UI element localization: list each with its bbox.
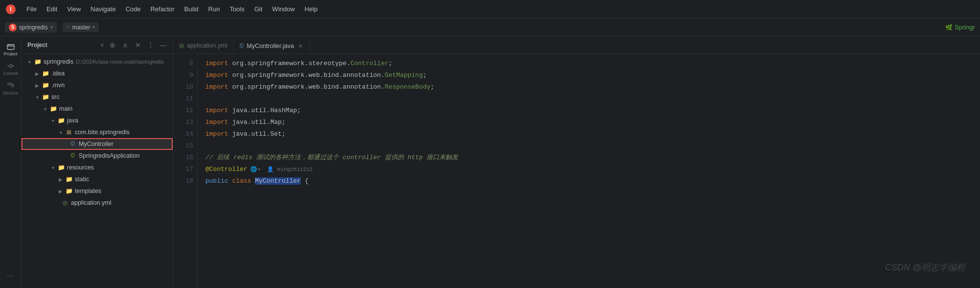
tree-folder-icon-java: 📁 [57,117,66,124]
menu-run[interactable]: Run [204,3,224,15]
activity-structure[interactable]: Structur [2,79,20,97]
menu-window[interactable]: Window [268,3,299,15]
tree-arrow-main: ▾ [41,106,49,112]
tree-class-icon-springredisapp: © [68,152,77,159]
branch-dropdown-icon[interactable]: ▾ [92,24,95,30]
sidebar-actions: ⊕ ∧ ✕ ⋮ — [107,40,169,50]
tree-item-resources[interactable]: ▾ 📁 resources [22,162,173,173]
minimize-sidebar-btn[interactable]: — [158,40,169,50]
tree-item-appyml[interactable]: ◎ application.yml [22,197,173,209]
code-editor: 8 9 10 11 12 13 14 15 16 17 18 import or… [173,54,980,288]
tree-label-mvn: .mvn [51,82,65,89]
spring-icon: 🌿 [945,24,953,31]
tab-bar: ◎ application.yml © MyController.java ✕ [173,36,980,54]
tab-close-btn[interactable]: ✕ [297,43,304,49]
tree-item-mycontroller[interactable]: © MyController [22,138,173,150]
menu-refactor[interactable]: Refactor [147,3,178,15]
project-badge[interactable]: S springredis ▾ [5,22,57,33]
tree-package-icon: ⊞ [65,129,73,136]
tree-arrow-templates: ▶ [57,189,65,194]
menu-tools[interactable]: Tools [226,3,248,15]
tree-arrow-java: ▾ [49,118,57,123]
more-sidebar-btn[interactable]: ⋮ [145,40,156,50]
tree-label-templates: templates [75,188,101,194]
tree-item-templates[interactable]: ▶ 📁 templates [22,185,173,197]
tree-label-static: static [75,176,89,183]
tab-appyml[interactable]: ◎ application.yml [173,38,234,53]
tree-folder-icon-root: 📁 [33,58,42,65]
tree-folder-icon-templates: 📁 [65,188,73,194]
line-numbers: 8 9 10 11 12 13 14 15 16 17 18 [173,54,198,288]
tree-arrow-com: ▾ [57,130,65,135]
code-line-9: import org.springframework.web.bind.anno… [205,70,980,81]
activity-commit-label: Commit [3,72,18,76]
activity-project[interactable]: Project [2,40,20,58]
close-sidebar-btn[interactable]: ✕ [133,40,143,50]
code-line-11 [205,93,980,105]
activity-commit[interactable]: Commit [2,60,20,77]
menu-git[interactable]: Git [250,3,267,15]
locate-in-tree-btn[interactable]: ⊕ [107,40,118,50]
tree-label-resources: resources [67,164,94,171]
tree-arrow-root: ▾ [25,59,33,65]
svg-point-3 [9,65,12,68]
activity-structure-label: Structur [3,91,19,96]
spring-label: Springr [955,24,975,31]
menu-view[interactable]: View [63,3,85,15]
code-line-12: import java.util.HashMap; [205,105,980,117]
code-content[interactable]: import org.springframework.stereotype.Co… [198,54,980,288]
code-line-10: import org.springframework.web.bind.anno… [205,81,980,93]
tree-path-root: D:\2024\class-room-code\springredis [76,59,164,65]
tree-item-java[interactable]: ▾ 📁 java [22,115,173,126]
menu-code[interactable]: Code [122,3,145,15]
tree-label-main: main [59,105,72,112]
tree-item-static[interactable]: ▶ 📁 static [22,173,173,185]
sidebar-title-arrow[interactable]: ∨ [100,42,104,48]
tree-item-com[interactable]: ▾ ⊞ com.bite.springredis [22,126,173,138]
tree-item-root[interactable]: ▾ 📁 springredis D:\2024\class-room-code\… [22,56,173,68]
tree-item-mvn[interactable]: ▶ 📁 .mvn [22,79,173,91]
tree-item-src[interactable]: ▾ 📁 src [22,91,173,103]
code-line-16: // 后续 redis 测试的各种方法，都通过这个 controller 提供的… [205,152,980,164]
sidebar-header: Project ∨ ⊕ ∧ ✕ ⋮ — [22,36,173,54]
svg-rect-7 [11,85,14,87]
collapse-all-btn[interactable]: ∧ [120,40,131,50]
tree-item-main[interactable]: ▾ 📁 main [22,103,173,115]
tree-label-springredisapp: SpringredisApplication [79,152,139,159]
tree-arrow-resources: ▾ [49,165,57,170]
menu-build[interactable]: Build [180,3,202,15]
tree-folder-icon-mvn: 📁 [41,82,50,89]
sidebar-title: Project [27,42,95,48]
commit-icon [6,62,15,71]
tree-folder-icon-main: 📁 [49,105,58,112]
menu-help[interactable]: Help [301,3,322,15]
tree-label-root: springredis [44,58,73,65]
tree-label-com: com.bite.springredis [75,129,130,136]
main-layout: Project Commit Structur [0,36,980,288]
activity-more[interactable]: ··· [2,266,20,284]
tree-folder-icon-resources: 📁 [57,164,66,171]
branch-badge[interactable]: ⑂ master ▾ [63,23,99,32]
tab-mycontroller[interactable]: © MyController.java ✕ [234,38,310,53]
menu-file[interactable]: File [22,3,41,15]
tree-arrow-static: ▶ [57,177,65,182]
app-logo: I [4,2,18,16]
menu-edit[interactable]: Edit [43,3,61,15]
tree-label-src: src [51,94,60,100]
menu-navigate[interactable]: Navigate [87,3,119,15]
sidebar: Project ∨ ⊕ ∧ ✕ ⋮ — ▾ 📁 springredis D:\2… [22,36,173,288]
tree-folder-icon-idea: 📁 [41,70,50,77]
tree-yml-icon: ◎ [61,199,69,206]
svg-rect-6 [8,83,10,85]
code-line-14: import java.util.Set; [205,128,980,140]
activity-bar: Project Commit Structur [0,36,22,288]
project-dot-icon: S [9,24,17,31]
tree-item-idea[interactable]: ▶ 📁 .idea [22,68,173,79]
project-dropdown-icon[interactable]: ▾ [50,24,53,30]
tab-mycontroller-label: MyController.java [247,43,294,49]
project-tree: ▾ 📁 springredis D:\2024\class-room-code\… [22,54,173,288]
tree-item-springredisapp[interactable]: © SpringredisApplication [22,150,173,162]
folder-icon [6,42,15,51]
tab-appyml-label: application.yml [187,42,227,49]
tab-yml-icon: ◎ [179,42,184,49]
